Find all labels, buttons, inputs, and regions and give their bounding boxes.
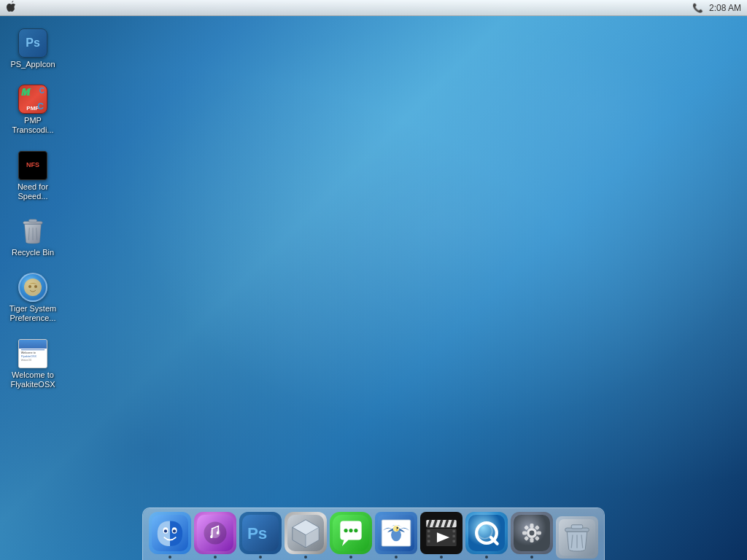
- dock-item-technorati[interactable]: Technorati: [330, 512, 372, 559]
- clock: 2:08 AM: [709, 3, 741, 13]
- dock-item-3dapp[interactable]: [285, 512, 327, 559]
- svg-point-31: [349, 529, 352, 532]
- dock-running-indicator: [259, 556, 262, 559]
- dock-running-indicator: [349, 556, 352, 559]
- dock-item-photoshop[interactable]: Ps: [239, 512, 282, 559]
- svg-point-37: [396, 527, 398, 529]
- dock-item-mail[interactable]: [375, 512, 417, 559]
- desktop-icon-recycle-bin[interactable]: Recycle Bin: [2, 214, 64, 260]
- menubar-right: 📞 2:08 AM: [692, 3, 741, 13]
- svg-rect-46: [427, 530, 430, 532]
- desktop: [0, 0, 747, 560]
- desktop-icon-tiger-prefs[interactable]: Tiger System Preference...: [2, 270, 64, 326]
- svg-point-32: [354, 529, 357, 532]
- dock-item-trash[interactable]: [556, 516, 598, 559]
- desktop-icon-nfs[interactable]: NFS Need for Speed...: [2, 148, 64, 204]
- menubar: 📞 2:08 AM: [0, 0, 747, 16]
- desktop-icon-welcome[interactable]: Welcome to FlyakiteOSX Version 3.0 Welco…: [2, 336, 64, 392]
- icon-label-ps: PS_AppIcon: [10, 60, 55, 69]
- dock-item-finder[interactable]: [149, 512, 191, 559]
- svg-rect-69: [571, 525, 583, 529]
- svg-point-22: [173, 529, 176, 532]
- svg-rect-49: [453, 530, 455, 532]
- dock-running-indicator: [530, 556, 533, 559]
- desktop-icons: Ps PS_AppIcon M C PMP PMP Transcodi... N…: [0, 22, 66, 398]
- svg-point-58: [530, 531, 535, 536]
- dock-running-indicator: [169, 556, 171, 559]
- svg-rect-61: [522, 531, 527, 534]
- icon-label-recycle-bin: Recycle Bin: [12, 248, 54, 257]
- svg-point-6: [28, 285, 31, 288]
- svg-rect-1: [28, 219, 36, 222]
- svg-rect-50: [453, 535, 455, 537]
- icon-label-tiger: Tiger System Preference...: [5, 304, 61, 323]
- svg-point-7: [34, 285, 37, 288]
- svg-rect-59: [530, 524, 533, 528]
- dock-item-quicktime[interactable]: [465, 512, 508, 559]
- svg-text:Version 3.0: Version 3.0: [21, 358, 32, 361]
- desktop-icon-pmp-transcoder[interactable]: M C PMP PMP Transcodi...: [2, 82, 64, 138]
- dock-running-indicator: [304, 556, 307, 559]
- svg-rect-8: [19, 340, 47, 348]
- svg-rect-47: [427, 535, 430, 537]
- icon-label-pmp: PMP Transcodi...: [5, 116, 61, 135]
- svg-text:FlyakiteOSX: FlyakiteOSX: [21, 354, 37, 357]
- dock-running-indicator: [485, 556, 488, 559]
- svg-point-36: [393, 526, 400, 532]
- icon-label-nfs: Need for Speed...: [5, 182, 61, 201]
- dock-running-indicator: [440, 556, 443, 559]
- svg-rect-10: [21, 349, 44, 350]
- phone-icon: 📞: [692, 3, 703, 13]
- svg-rect-51: [453, 540, 455, 542]
- icon-label-welcome: Welcome to FlyakiteOSX: [5, 370, 61, 389]
- svg-point-15: [40, 341, 43, 349]
- svg-text:Welcome to: Welcome to: [21, 351, 36, 354]
- svg-point-30: [344, 529, 348, 532]
- dock-running-indicator: [395, 556, 398, 559]
- svg-point-5: [24, 279, 42, 296]
- dock-running-indicator: [214, 556, 217, 559]
- dock: Ps Technorati: [142, 508, 605, 560]
- desktop-icon-ps-appicon[interactable]: Ps PS_AppIcon: [2, 26, 64, 72]
- dock-item-finalcut[interactable]: [420, 512, 462, 559]
- dock-item-itunes[interactable]: [194, 512, 236, 559]
- svg-point-21: [164, 529, 167, 532]
- apple-logo[interactable]: [6, 1, 16, 15]
- svg-rect-48: [427, 540, 430, 542]
- svg-rect-62: [537, 531, 541, 534]
- svg-point-14: [38, 341, 45, 349]
- svg-rect-60: [530, 538, 533, 542]
- svg-rect-52: [468, 515, 505, 551]
- dock-item-sysprefs[interactable]: [511, 512, 553, 559]
- svg-text:Ps: Ps: [247, 524, 267, 542]
